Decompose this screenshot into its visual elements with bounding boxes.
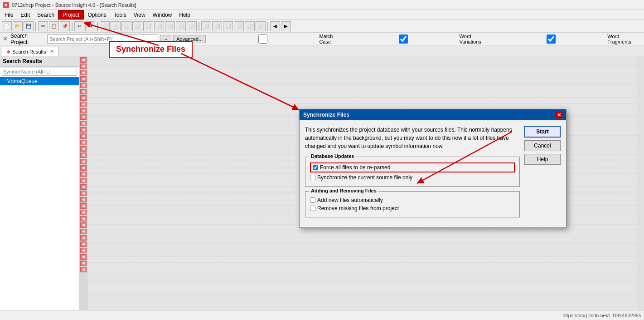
dialog-force-reparse-checkbox-row: Force all files to be re-parsed	[310, 162, 515, 172]
sync-current-label: Synchronize the current source file only	[317, 174, 412, 181]
sync-current-checkbox[interactable]	[310, 175, 315, 180]
dialog-help-btn[interactable]: Help	[524, 154, 561, 165]
dialog-cancel-btn[interactable]: Cancel	[524, 140, 561, 151]
remove-missing-checkbox[interactable]	[310, 206, 315, 211]
remove-missing-label: Remove missing files from project	[317, 205, 399, 212]
force-reparse-label: Force all files to be re-parsed	[320, 164, 390, 171]
dialog-add-remove-section: Adding and Removing Files Add new files …	[305, 191, 520, 217]
annotation-label: Synchronize Files	[109, 41, 193, 58]
dialog-db-updates-title: Database Updates	[309, 153, 356, 159]
add-new-files-label: Add new files automatically	[317, 197, 383, 203]
dialog-add-new-checkbox-row: Add new files automatically	[310, 197, 515, 203]
dialog-remove-missing-checkbox-row: Remove missing files from project	[310, 205, 515, 212]
dialog-overlay: Synchronize Files ✕ This synchronizes th…	[0, 0, 644, 320]
dialog-title: Synchronize Files	[303, 112, 349, 118]
dialog-add-remove-title: Adding and Removing Files	[309, 188, 378, 193]
annotation-box: Synchronize Files	[109, 41, 193, 58]
dialog-description: This synchronizes the project database w…	[305, 126, 520, 150]
force-reparse-checkbox[interactable]	[313, 165, 318, 170]
dialog-db-updates-section: Database Updates Force all files to be r…	[305, 157, 520, 187]
dialog-content: This synchronizes the project database w…	[305, 126, 520, 222]
synchronize-files-dialog: Synchronize Files ✕ This synchronizes th…	[299, 109, 567, 228]
dialog-close-btn[interactable]: ✕	[555, 111, 562, 118]
add-new-files-checkbox[interactable]	[310, 197, 315, 203]
dialog-buttons: Start Cancel Help	[524, 126, 561, 222]
dialog-body: This synchronizes the project database w…	[300, 120, 566, 227]
dialog-sync-current-checkbox-row: Synchronize the current source file only	[310, 174, 515, 181]
dialog-start-btn[interactable]: Start	[524, 126, 561, 138]
dialog-title-bar: Synchronize Files ✕	[300, 109, 566, 120]
